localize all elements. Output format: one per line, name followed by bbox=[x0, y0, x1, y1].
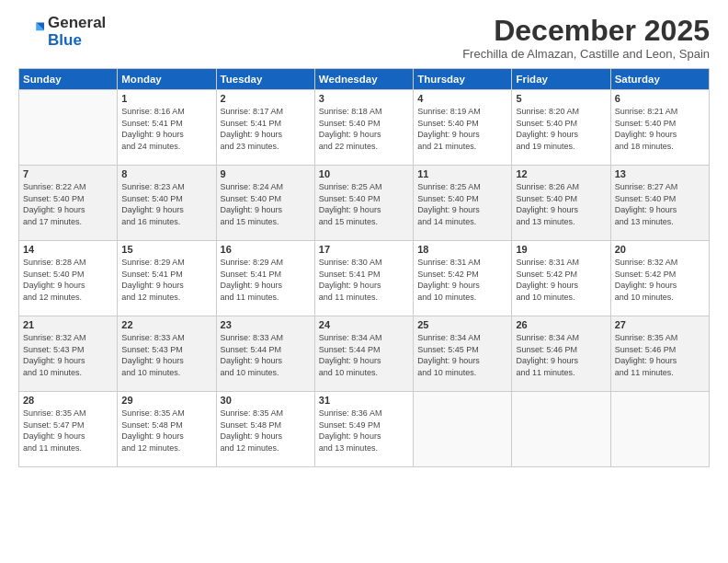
calendar-week-row: 21Sunrise: 8:32 AM Sunset: 5:43 PM Dayli… bbox=[19, 316, 710, 392]
weekday-header-thursday: Thursday bbox=[414, 69, 512, 90]
day-info: Sunrise: 8:16 AM Sunset: 5:41 PM Dayligh… bbox=[121, 106, 211, 152]
day-info: Sunrise: 8:29 AM Sunset: 5:41 PM Dayligh… bbox=[121, 257, 211, 303]
calendar-cell: 24Sunrise: 8:34 AM Sunset: 5:44 PM Dayli… bbox=[314, 316, 413, 392]
day-info: Sunrise: 8:29 AM Sunset: 5:41 PM Dayligh… bbox=[221, 257, 311, 303]
logo-icon bbox=[18, 19, 44, 45]
calendar-cell: 28Sunrise: 8:35 AM Sunset: 5:47 PM Dayli… bbox=[19, 392, 118, 467]
day-number: 6 bbox=[615, 93, 705, 104]
day-info: Sunrise: 8:33 AM Sunset: 5:44 PM Dayligh… bbox=[221, 332, 311, 378]
calendar-cell: 26Sunrise: 8:34 AM Sunset: 5:46 PM Dayli… bbox=[512, 316, 610, 392]
calendar-cell: 1Sunrise: 8:16 AM Sunset: 5:41 PM Daylig… bbox=[118, 90, 216, 166]
day-info: Sunrise: 8:32 AM Sunset: 5:43 PM Dayligh… bbox=[23, 332, 113, 378]
day-number: 30 bbox=[221, 395, 311, 406]
day-number: 24 bbox=[319, 319, 409, 330]
weekday-header-monday: Monday bbox=[118, 69, 216, 90]
day-number: 7 bbox=[23, 168, 113, 179]
calendar-cell bbox=[19, 90, 118, 166]
calendar-cell bbox=[414, 392, 512, 467]
day-number: 12 bbox=[516, 168, 606, 179]
day-info: Sunrise: 8:17 AM Sunset: 5:41 PM Dayligh… bbox=[221, 106, 311, 152]
day-info: Sunrise: 8:26 AM Sunset: 5:40 PM Dayligh… bbox=[516, 181, 606, 227]
day-info: Sunrise: 8:35 AM Sunset: 5:47 PM Dayligh… bbox=[23, 408, 113, 454]
calendar-cell: 6Sunrise: 8:21 AM Sunset: 5:40 PM Daylig… bbox=[610, 90, 709, 166]
day-number: 31 bbox=[319, 395, 409, 406]
day-number: 9 bbox=[221, 168, 311, 179]
page: General Blue December 2025 Frechilla de … bbox=[0, 0, 728, 563]
calendar-cell: 15Sunrise: 8:29 AM Sunset: 5:41 PM Dayli… bbox=[118, 241, 216, 316]
day-number: 2 bbox=[221, 93, 311, 104]
day-number: 3 bbox=[319, 93, 409, 104]
calendar-cell: 16Sunrise: 8:29 AM Sunset: 5:41 PM Dayli… bbox=[216, 241, 314, 316]
calendar-cell: 20Sunrise: 8:32 AM Sunset: 5:42 PM Dayli… bbox=[610, 241, 709, 316]
logo-text: General Blue bbox=[48, 15, 106, 49]
calendar-cell: 18Sunrise: 8:31 AM Sunset: 5:42 PM Dayli… bbox=[414, 241, 512, 316]
logo-blue: Blue bbox=[48, 32, 106, 50]
day-number: 1 bbox=[121, 93, 211, 104]
day-info: Sunrise: 8:20 AM Sunset: 5:40 PM Dayligh… bbox=[516, 106, 606, 152]
day-number: 13 bbox=[615, 168, 705, 179]
day-info: Sunrise: 8:32 AM Sunset: 5:42 PM Dayligh… bbox=[615, 257, 705, 303]
day-info: Sunrise: 8:25 AM Sunset: 5:40 PM Dayligh… bbox=[319, 181, 409, 227]
calendar-cell: 14Sunrise: 8:28 AM Sunset: 5:40 PM Dayli… bbox=[19, 241, 118, 316]
calendar-cell: 10Sunrise: 8:25 AM Sunset: 5:40 PM Dayli… bbox=[314, 166, 413, 241]
calendar-cell: 4Sunrise: 8:19 AM Sunset: 5:40 PM Daylig… bbox=[414, 90, 512, 166]
day-number: 26 bbox=[516, 319, 606, 330]
header: General Blue December 2025 Frechilla de … bbox=[18, 15, 710, 61]
calendar-week-row: 28Sunrise: 8:35 AM Sunset: 5:47 PM Dayli… bbox=[19, 392, 710, 467]
calendar-cell: 13Sunrise: 8:27 AM Sunset: 5:40 PM Dayli… bbox=[610, 166, 709, 241]
day-info: Sunrise: 8:24 AM Sunset: 5:40 PM Dayligh… bbox=[221, 181, 311, 227]
day-info: Sunrise: 8:18 AM Sunset: 5:40 PM Dayligh… bbox=[319, 106, 409, 152]
day-number: 11 bbox=[417, 168, 507, 179]
day-info: Sunrise: 8:30 AM Sunset: 5:41 PM Dayligh… bbox=[319, 257, 409, 303]
weekday-header-saturday: Saturday bbox=[610, 69, 709, 90]
title-block: December 2025 Frechilla de Almazan, Cast… bbox=[462, 15, 710, 61]
calendar-week-row: 1Sunrise: 8:16 AM Sunset: 5:41 PM Daylig… bbox=[19, 90, 710, 166]
day-number: 8 bbox=[121, 168, 211, 179]
calendar-cell: 29Sunrise: 8:35 AM Sunset: 5:48 PM Dayli… bbox=[118, 392, 216, 467]
day-info: Sunrise: 8:21 AM Sunset: 5:40 PM Dayligh… bbox=[615, 106, 705, 152]
weekday-header-sunday: Sunday bbox=[19, 69, 118, 90]
calendar-cell: 23Sunrise: 8:33 AM Sunset: 5:44 PM Dayli… bbox=[216, 316, 314, 392]
calendar-cell: 8Sunrise: 8:23 AM Sunset: 5:40 PM Daylig… bbox=[118, 166, 216, 241]
calendar-cell: 31Sunrise: 8:36 AM Sunset: 5:49 PM Dayli… bbox=[314, 392, 413, 467]
calendar-cell: 27Sunrise: 8:35 AM Sunset: 5:46 PM Dayli… bbox=[610, 316, 709, 392]
day-number: 15 bbox=[121, 244, 211, 255]
day-number: 22 bbox=[121, 319, 211, 330]
day-info: Sunrise: 8:25 AM Sunset: 5:40 PM Dayligh… bbox=[417, 181, 507, 227]
calendar-cell: 11Sunrise: 8:25 AM Sunset: 5:40 PM Dayli… bbox=[414, 166, 512, 241]
day-number: 17 bbox=[319, 244, 409, 255]
day-number: 29 bbox=[121, 395, 211, 406]
month-title: December 2025 bbox=[462, 15, 710, 47]
day-info: Sunrise: 8:35 AM Sunset: 5:48 PM Dayligh… bbox=[121, 408, 211, 454]
location-subtitle: Frechilla de Almazan, Castille and Leon,… bbox=[462, 47, 710, 61]
day-info: Sunrise: 8:31 AM Sunset: 5:42 PM Dayligh… bbox=[417, 257, 507, 303]
calendar-cell: 19Sunrise: 8:31 AM Sunset: 5:42 PM Dayli… bbox=[512, 241, 610, 316]
weekday-header-friday: Friday bbox=[512, 69, 610, 90]
day-number: 5 bbox=[516, 93, 606, 104]
weekday-header-row: SundayMondayTuesdayWednesdayThursdayFrid… bbox=[19, 69, 710, 90]
calendar-cell: 3Sunrise: 8:18 AM Sunset: 5:40 PM Daylig… bbox=[314, 90, 413, 166]
day-info: Sunrise: 8:22 AM Sunset: 5:40 PM Dayligh… bbox=[23, 181, 113, 227]
day-number: 28 bbox=[23, 395, 113, 406]
calendar-cell bbox=[610, 392, 709, 467]
day-number: 27 bbox=[615, 319, 705, 330]
day-number: 18 bbox=[417, 244, 507, 255]
day-number: 23 bbox=[221, 319, 311, 330]
day-number: 4 bbox=[417, 93, 507, 104]
logo-general: General bbox=[48, 15, 106, 32]
logo: General Blue bbox=[18, 15, 106, 49]
calendar-cell: 17Sunrise: 8:30 AM Sunset: 5:41 PM Dayli… bbox=[314, 241, 413, 316]
day-info: Sunrise: 8:36 AM Sunset: 5:49 PM Dayligh… bbox=[319, 408, 409, 454]
day-info: Sunrise: 8:34 AM Sunset: 5:44 PM Dayligh… bbox=[319, 332, 409, 378]
calendar-cell bbox=[512, 392, 610, 467]
day-info: Sunrise: 8:34 AM Sunset: 5:46 PM Dayligh… bbox=[516, 332, 606, 378]
day-number: 19 bbox=[516, 244, 606, 255]
calendar-week-row: 14Sunrise: 8:28 AM Sunset: 5:40 PM Dayli… bbox=[19, 241, 710, 316]
calendar-cell: 5Sunrise: 8:20 AM Sunset: 5:40 PM Daylig… bbox=[512, 90, 610, 166]
calendar-cell: 12Sunrise: 8:26 AM Sunset: 5:40 PM Dayli… bbox=[512, 166, 610, 241]
day-info: Sunrise: 8:19 AM Sunset: 5:40 PM Dayligh… bbox=[417, 106, 507, 152]
calendar-cell: 2Sunrise: 8:17 AM Sunset: 5:41 PM Daylig… bbox=[216, 90, 314, 166]
day-info: Sunrise: 8:27 AM Sunset: 5:40 PM Dayligh… bbox=[615, 181, 705, 227]
day-info: Sunrise: 8:23 AM Sunset: 5:40 PM Dayligh… bbox=[121, 181, 211, 227]
day-info: Sunrise: 8:34 AM Sunset: 5:45 PM Dayligh… bbox=[417, 332, 507, 378]
